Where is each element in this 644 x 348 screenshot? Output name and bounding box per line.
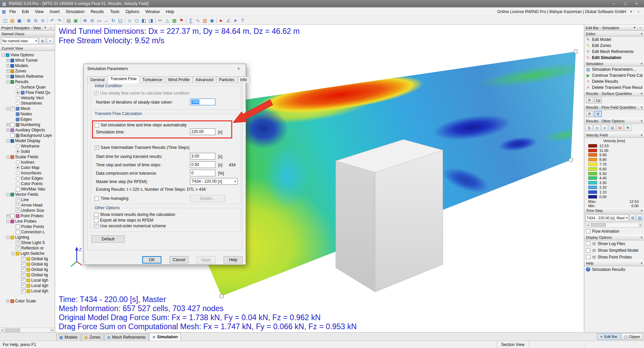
tree-item[interactable]: Point Probes	[0, 213, 55, 219]
editbar-item[interactable]: ✎ Edit Simulation	[584, 55, 644, 61]
tree-item[interactable]: Color Points	[0, 181, 55, 186]
tree-item[interactable]: Surface Quan	[0, 84, 55, 90]
tree-item[interactable]: Isolines	[0, 160, 55, 165]
sort-arrows-icon[interactable]: ⇅	[586, 125, 593, 131]
tree-checkbox[interactable]	[16, 101, 20, 105]
tree-item[interactable]: Mesh Refineme	[0, 74, 55, 79]
toolbar-icon[interactable]	[80, 17, 81, 23]
top-view-icon[interactable]: ◧	[140, 17, 147, 24]
close-button[interactable]: ×	[631, 0, 642, 7]
tree-checkbox[interactable]	[16, 225, 20, 229]
clipper-icon[interactable]: ✂	[157, 17, 164, 24]
tree-checkbox[interactable]	[21, 289, 26, 293]
tree-item[interactable]: Zones	[0, 68, 55, 74]
tree-item[interactable]: Nodes	[0, 111, 55, 117]
tree-checkbox[interactable]	[21, 262, 26, 267]
tree-item[interactable]: Uniform Size	[0, 208, 55, 213]
grid-icon[interactable]: ⊞	[609, 125, 616, 131]
bottom-tab[interactable]: ≋ Simulation	[149, 333, 181, 341]
tree-expander-icon[interactable]	[6, 80, 9, 83]
editbar-item[interactable]: ▶ Continue Transient Flow Cal...	[584, 72, 644, 78]
tree-checkbox[interactable]	[16, 160, 20, 164]
default-button[interactable]: Default	[91, 235, 125, 243]
front-view-icon[interactable]: ◻	[133, 17, 140, 24]
scrollbar-thumb[interactable]	[5, 329, 20, 332]
bottom-tab[interactable]: ▦ Models	[56, 334, 81, 341]
tree-item[interactable]: Lighting	[0, 235, 55, 240]
corner-toggle-button[interactable]: ∗ Edit Bar	[597, 333, 620, 340]
pin-icon[interactable]: ▼	[43, 25, 48, 30]
flow-field-quantity-button[interactable]: V	[594, 111, 602, 117]
editbar-item[interactable]: ✎ Edit Model	[584, 37, 644, 43]
tree-checkbox[interactable]	[21, 284, 26, 288]
tree-expander-icon[interactable]	[6, 123, 9, 126]
bottom-tab[interactable]: ▦ Zones	[81, 334, 104, 341]
editbar-item[interactable]: ✎ Edit Mesh Refinements	[584, 49, 644, 55]
tree-item[interactable]: Line Probes	[0, 219, 55, 224]
scroll-right-icon[interactable]: ▸	[50, 328, 55, 332]
section-flow-field-quantities[interactable]: Results - Flow Field Quantities▾	[584, 104, 644, 110]
tree-checkbox[interactable]	[16, 91, 20, 95]
tree-checkbox[interactable]	[21, 273, 26, 277]
tree-item[interactable]: View Options	[0, 52, 55, 58]
tree-expander-icon[interactable]	[6, 75, 9, 78]
tree-item[interactable]: Numbering	[0, 122, 55, 127]
ok-button[interactable]: OK	[142, 256, 161, 264]
tree-checkbox[interactable]	[16, 171, 20, 175]
settings-icon[interactable]: ∗	[232, 17, 239, 24]
tree-checkbox[interactable]	[16, 187, 20, 191]
zoom-window-icon[interactable]: ▭	[96, 17, 103, 24]
tree-checkbox[interactable]	[16, 209, 20, 213]
cancel-button[interactable]: Cancel	[169, 256, 189, 264]
close-icon[interactable]: ×	[638, 25, 643, 30]
second-order-checkbox[interactable]	[94, 224, 98, 228]
tree-item[interactable]: Scalar Fields	[0, 154, 55, 160]
tree-item[interactable]: Results	[0, 79, 55, 84]
tree-item[interactable]: Velocity Vect	[0, 95, 55, 101]
tree-checkbox[interactable]	[16, 85, 20, 89]
menu-item[interactable]: Simulation	[63, 8, 88, 15]
flag-icon[interactable]: ⚑	[178, 17, 185, 24]
tree-item[interactable]: Color Edges	[0, 176, 55, 181]
zoom-out-icon[interactable]: ⊖	[89, 17, 96, 24]
smoothing-icon[interactable]: ≋	[593, 125, 600, 131]
mesh-table-icon[interactable]: ⊞	[39, 17, 46, 24]
save-view-button[interactable]: ⊞	[39, 38, 46, 44]
delete-view-button[interactable]: ×	[47, 38, 54, 44]
tree-item[interactable]: Global lig	[0, 262, 55, 267]
toolbar-icon[interactable]	[24, 17, 24, 23]
help-button[interactable]: Help	[224, 256, 243, 264]
tree-checkbox[interactable]	[10, 123, 15, 127]
tree-item[interactable]: Mesh	[0, 106, 55, 111]
iterations-input[interactable]: 700	[190, 99, 215, 105]
save-intermediate-checkbox[interactable]	[95, 146, 99, 150]
tree-item[interactable]: Local ligh	[0, 278, 55, 283]
screenshot-icon[interactable]: ▣	[72, 17, 79, 24]
tree-item[interactable]: Light Switche	[0, 251, 55, 256]
editbar-item[interactable]: × Delete Transient Flow Result...	[584, 84, 644, 91]
tree-expander-icon[interactable]	[6, 107, 9, 110]
dialog-tab[interactable]: Particles	[216, 76, 238, 83]
tree-item[interactable]: Auxiliary Objects	[0, 127, 55, 133]
scroll-right-icon[interactable]: ▸	[638, 223, 643, 227]
tree-expander-icon[interactable]	[6, 129, 9, 132]
menubar-close-icon[interactable]: ×	[636, 9, 641, 14]
tree-checkbox[interactable]	[10, 107, 15, 111]
undo-icon[interactable]: ↶	[49, 17, 56, 24]
flow-field-quantity-button[interactable]: P	[586, 111, 593, 117]
menu-item[interactable]: Window	[142, 8, 163, 15]
scrollbar-thumb[interactable]	[591, 223, 606, 227]
flag-icon[interactable]: ⚑	[624, 125, 631, 131]
tree-item[interactable]: Global lig	[0, 256, 55, 262]
pin-icon[interactable]: ▼	[632, 25, 637, 30]
zones-table-icon[interactable]: ⊞	[32, 17, 39, 24]
wind-tunnel-icon[interactable]: ◫	[2, 17, 9, 24]
tree-checkbox[interactable]	[16, 166, 20, 170]
tree-checkbox[interactable]	[16, 182, 20, 186]
color-map-icon[interactable]: ▥	[201, 17, 208, 24]
bottom-tab[interactable]: ⊞ Mesh Refinements	[104, 334, 149, 341]
display-option-checkbox[interactable]	[586, 255, 590, 259]
tree-item[interactable]: Flow Field Qu	[0, 90, 55, 95]
tree-item[interactable]: Line	[0, 197, 55, 202]
menu-item[interactable]: Results	[88, 8, 107, 15]
